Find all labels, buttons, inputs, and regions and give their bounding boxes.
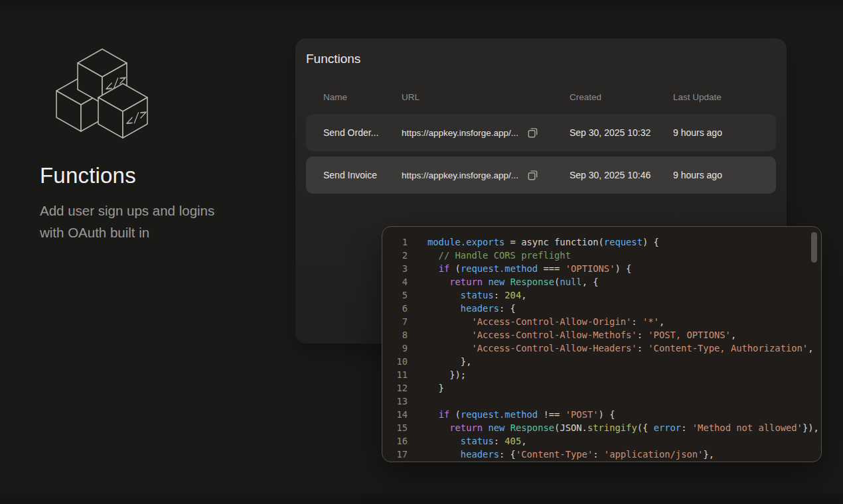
line-number: 5 [382,288,408,302]
table-header: Name URL Created Last Update [306,89,776,105]
code-lines: 1module.exports = async function(request… [382,227,821,461]
hero-title: Functions [40,163,136,188]
row-created: Sep 30, 2025 10:46 [570,170,673,180]
code-line: 7 'Access-Control-Allow-Origin': '*', [382,315,821,328]
code-line: 14 if (request.method !== 'POST') { [382,408,821,421]
line-number: 10 [382,355,408,368]
line-number: 8 [382,328,408,342]
line-number: 16 [382,434,408,448]
code-text: status: 204, [427,288,527,302]
row-last-update: 9 hours ago [673,170,776,180]
line-number: 1 [382,235,408,249]
code-line: 12 } [382,381,821,395]
column-header-name: Name [323,92,402,102]
line-number: 4 [382,275,408,288]
code-text: // Handle CORS preflight [427,249,571,262]
table-row[interactable]: Send Invoice https://appkey.insforge.app… [306,157,776,194]
line-number: 2 [382,249,408,262]
code-line: 9 'Access-Control-Allow-Headers': 'Conte… [382,342,821,355]
copy-url-button[interactable] [526,127,539,139]
code-line: 2 // Handle CORS preflight [382,249,821,262]
code-line: 11 }); [382,368,821,381]
panel-title: Functions [306,52,360,66]
line-number: 17 [382,448,408,461]
column-header-url: URL [402,92,570,102]
hero-subtitle: Add user sign ups and logins with OAuth … [40,200,214,243]
row-url: https://appkey.insforge.app/... [402,170,518,180]
column-header-created: Created [570,92,673,102]
code-line: 6 headers: { [382,302,821,315]
code-text: if (request.method !== 'POST') { [427,408,615,421]
function-rows: Send Order... https://appkey.insforge.ap… [306,114,776,194]
code-text: return new Response(JSON.stringify({ err… [427,421,819,434]
code-text: if (request.method === 'OPTIONS') { [427,262,631,275]
row-name: Send Order... [323,127,402,138]
line-number: 11 [382,368,408,381]
code-line: 3 if (request.method === 'OPTIONS') { [382,262,821,275]
code-text: headers: { [427,302,516,315]
code-text: 'Access-Control-Allow-Origin': '*', [427,315,664,328]
code-text: 'Access-Control-Allow-Headers': 'Content… [427,342,813,355]
copy-icon [526,127,539,139]
table-row[interactable]: Send Order... https://appkey.insforge.ap… [306,114,776,151]
line-number: 9 [382,342,408,355]
code-text: }, [427,355,471,368]
code-text: return new Response(null, { [427,275,599,288]
code-line: 4 return new Response(null, { [382,275,821,288]
hero-subtitle-line-1: Add user sign ups and logins [40,200,214,222]
code-line: 17 headers: {'Content-Type': 'applicatio… [382,448,821,461]
code-line: 15 return new Response(JSON.stringify({ … [382,421,821,434]
code-editor: 1module.exports = async function(request… [382,226,822,462]
copy-icon [526,169,539,182]
code-line: 16 status: 405, [382,434,821,448]
code-text: } [427,381,444,395]
line-number: 12 [382,381,408,395]
line-number: 15 [382,421,408,434]
code-text: 'Access-Control-Allow-Methofs': 'POST, O… [427,328,736,342]
row-url-cell: https://appkey.insforge.app/... [402,127,570,139]
code-text: headers: {'Content-Type': 'application/j… [427,448,714,461]
code-line: 13 [382,395,821,408]
row-name: Send Invoice [323,170,402,180]
code-text: module.exports = async function(request)… [427,235,659,249]
line-number: 7 [382,315,408,328]
code-text: status: 405, [427,434,527,448]
code-line: 1module.exports = async function(request… [382,235,821,249]
code-text: }); [427,368,466,381]
line-number: 6 [382,302,408,315]
copy-url-button[interactable] [526,169,539,182]
row-last-update: 9 hours ago [673,127,776,138]
code-scrollbar-thumb[interactable] [811,232,817,263]
hero-subtitle-line-2: with OAuth built in [40,222,214,244]
row-created: Sep 30, 2025 10:32 [570,127,673,138]
column-header-last-update: Last Update [673,92,776,102]
line-number: 13 [382,395,408,408]
code-line: 8 'Access-Control-Allow-Methofs': 'POST,… [382,328,821,342]
line-number: 3 [382,262,408,275]
code-cubes-illustration [52,42,153,143]
row-url: https://appkey.insforge.app/... [402,128,518,138]
row-url-cell: https://appkey.insforge.app/... [402,169,570,182]
code-line: 5 status: 204, [382,288,821,302]
code-line: 10 }, [382,355,821,368]
line-number: 14 [382,408,408,421]
